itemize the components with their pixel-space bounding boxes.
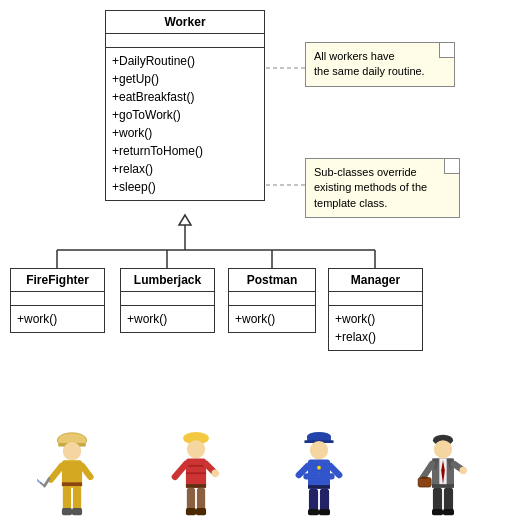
svg-line-59	[423, 464, 432, 478]
manager-box: Manager +work() +relax()	[328, 268, 423, 351]
worker-box: Worker +DailyRoutine()+getUp()+eatBreakf…	[105, 10, 265, 201]
postman-methods: +work()	[229, 306, 315, 332]
svg-rect-20	[63, 486, 71, 512]
svg-rect-13	[62, 482, 82, 486]
firefighter-character	[32, 420, 112, 530]
characters-area	[0, 375, 515, 530]
diagram-area: Worker +DailyRoutine()+getUp()+eatBreakf…	[0, 0, 515, 530]
svg-rect-23	[72, 508, 82, 515]
svg-rect-50	[308, 509, 319, 515]
lumberjack-methods: +work()	[121, 306, 214, 332]
lumberjack-character	[156, 420, 236, 530]
svg-line-17	[40, 482, 45, 486]
manager-svg	[408, 420, 478, 530]
manager-section1	[329, 292, 422, 306]
manager-character	[403, 420, 483, 530]
note2-text: Sub-classes overrideexisting methods of …	[314, 166, 427, 209]
firefighter-title: FireFighter	[11, 269, 104, 292]
manager-title: Manager	[329, 269, 422, 292]
svg-rect-64	[432, 484, 454, 488]
svg-point-53	[434, 440, 452, 458]
lumberjack-title: Lumberjack	[121, 269, 214, 292]
svg-rect-36	[196, 508, 206, 515]
note1: All workers havethe same daily routine.	[305, 42, 455, 87]
svg-rect-65	[433, 488, 442, 512]
svg-point-42	[318, 466, 322, 470]
postman-title: Postman	[229, 269, 315, 292]
svg-point-25	[186, 440, 204, 458]
manager-methods: +work() +relax()	[329, 306, 422, 350]
svg-point-61	[460, 467, 467, 474]
svg-rect-35	[186, 508, 196, 515]
svg-rect-66	[444, 488, 453, 512]
firefighter-box: FireFighter +work()	[10, 268, 105, 333]
svg-rect-46	[304, 473, 335, 479]
note2: Sub-classes overrideexisting methods of …	[305, 158, 460, 218]
svg-point-40	[310, 441, 328, 459]
svg-line-14	[51, 466, 62, 480]
lumberjack-svg	[161, 420, 231, 530]
svg-rect-67	[432, 509, 443, 515]
postman-section1	[229, 292, 315, 306]
svg-rect-68	[443, 509, 454, 515]
svg-rect-29	[186, 484, 206, 488]
svg-point-11	[63, 442, 81, 460]
svg-rect-51	[319, 509, 330, 515]
svg-rect-62	[418, 478, 431, 487]
firefighter-section1	[11, 292, 104, 306]
svg-marker-6	[179, 215, 191, 225]
lumberjack-section1	[121, 292, 214, 306]
svg-rect-21	[73, 486, 81, 512]
lumberjack-box: Lumberjack +work()	[120, 268, 215, 333]
svg-point-38	[307, 432, 331, 441]
worker-section1	[106, 34, 264, 48]
firefighter-methods: +work()	[11, 306, 104, 332]
svg-rect-22	[62, 508, 72, 515]
postman-box: Postman +work()	[228, 268, 316, 333]
svg-point-32	[211, 470, 218, 477]
postman-svg	[284, 420, 354, 530]
worker-title: Worker	[106, 11, 264, 34]
svg-rect-48	[309, 489, 318, 512]
svg-line-16	[44, 479, 49, 486]
svg-rect-47	[308, 485, 330, 489]
worker-methods: +DailyRoutine()+getUp()+eatBreakfast()+g…	[106, 48, 264, 200]
svg-rect-49	[320, 489, 329, 512]
postman-character	[279, 420, 359, 530]
svg-line-15	[82, 466, 90, 477]
svg-line-30	[175, 464, 186, 477]
firefighter-svg	[37, 420, 107, 530]
note1-text: All workers havethe same daily routine.	[314, 50, 425, 77]
